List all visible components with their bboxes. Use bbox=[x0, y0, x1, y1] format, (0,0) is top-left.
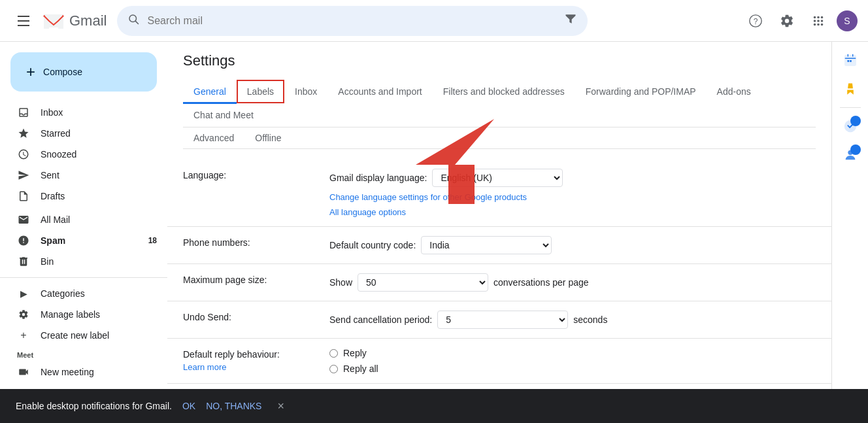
inbox-icon bbox=[17, 107, 30, 118]
tab-inbox[interactable]: Inbox bbox=[284, 80, 327, 103]
right-divider bbox=[840, 107, 861, 108]
search-bar bbox=[117, 6, 588, 36]
sidebar-item-bin[interactable]: Bin bbox=[0, 251, 167, 272]
tab-labels[interactable]: Labels bbox=[237, 80, 284, 103]
notification-ok-button[interactable]: OK bbox=[182, 401, 195, 411]
contacts-icon-button[interactable] bbox=[837, 142, 863, 168]
notification-close-button[interactable]: × bbox=[277, 399, 284, 413]
sidebar-item-label: Bin bbox=[41, 256, 54, 267]
video-icon bbox=[17, 366, 30, 378]
contacts-badge bbox=[850, 144, 861, 155]
snooze-icon bbox=[17, 148, 30, 160]
sidebar-item-all-mail[interactable]: All Mail bbox=[0, 209, 167, 230]
notification-no-button[interactable]: No, thanks bbox=[206, 401, 261, 411]
sidebar-divider bbox=[0, 277, 167, 278]
sidebar-item-create-label[interactable]: + Create new label bbox=[0, 325, 167, 346]
tab-filters[interactable]: Filters and blocked addresses bbox=[433, 80, 575, 103]
plus-icon: + bbox=[17, 330, 30, 341]
language-link-2[interactable]: All language options bbox=[329, 207, 816, 217]
svg-line-2 bbox=[136, 21, 139, 24]
language-select[interactable]: English (UK) English (US) Hindi bbox=[432, 169, 563, 187]
phone-value: Default country code: India United State… bbox=[329, 236, 816, 254]
tab-chat[interactable]: Chat and Meet bbox=[183, 103, 264, 127]
chevron-right-icon: ▶ bbox=[17, 288, 30, 299]
phone-field-label: Default country code: bbox=[329, 240, 416, 250]
avatar[interactable]: S bbox=[837, 10, 858, 31]
filter-icon[interactable] bbox=[564, 12, 577, 29]
send-icon bbox=[17, 169, 30, 181]
reply-all-radio[interactable] bbox=[329, 365, 338, 373]
topbar: Gmail ? S bbox=[0, 0, 868, 42]
notification-bar: Enable desktop notifications for Gmail. … bbox=[0, 389, 868, 423]
sidebar-item-label: New meeting bbox=[41, 367, 94, 377]
menu-button[interactable] bbox=[10, 8, 37, 34]
compose-label: Compose bbox=[43, 67, 82, 77]
reply-all-radio-label: Reply all bbox=[343, 364, 378, 374]
tab-addons[interactable]: Add-ons bbox=[707, 80, 761, 103]
reply-radio-row: Reply bbox=[329, 348, 816, 358]
undo-send-value: Send cancellation period: 5 10 20 30 sec… bbox=[329, 311, 816, 329]
settings-sub-tabs: Advanced Offline bbox=[183, 127, 816, 149]
apps-button[interactable] bbox=[805, 8, 831, 34]
reply-radio[interactable] bbox=[329, 349, 338, 358]
search-input[interactable] bbox=[147, 15, 556, 27]
reply-radio-label: Reply bbox=[343, 348, 367, 358]
search-icon bbox=[127, 13, 139, 28]
sidebar: + Compose Inbox Starred Snoozed S bbox=[0, 42, 167, 423]
sidebar-item-inbox[interactable]: Inbox bbox=[0, 102, 167, 123]
language-field-label: Gmail display language: bbox=[329, 173, 427, 183]
default-reply-label: Default reply behaviour: Learn more bbox=[183, 348, 314, 372]
sidebar-item-label: Manage labels bbox=[41, 309, 100, 320]
main-layout: + Compose Inbox Starred Snoozed S bbox=[0, 42, 868, 423]
sidebar-item-manage-labels[interactable]: Manage labels bbox=[0, 304, 167, 325]
page-size-suffix: conversations per page bbox=[493, 277, 589, 288]
sidebar-item-sent[interactable]: Sent bbox=[0, 165, 167, 186]
tab-accounts[interactable]: Accounts and Import bbox=[327, 80, 432, 103]
sidebar-item-drafts[interactable]: Drafts bbox=[0, 186, 167, 207]
svg-rect-10 bbox=[847, 60, 849, 62]
compose-button[interactable]: + Compose bbox=[10, 52, 157, 92]
settings-tabs: General Labels Inbox Accounts and Import… bbox=[183, 80, 816, 127]
language-label: Language: bbox=[183, 169, 314, 180]
settings-button[interactable] bbox=[774, 8, 800, 34]
language-row: Language: Gmail display language: Englis… bbox=[167, 160, 831, 227]
tasks-icon-button[interactable] bbox=[837, 113, 863, 139]
phone-label: Phone numbers: bbox=[183, 236, 314, 248]
default-reply-learn-more[interactable]: Learn more bbox=[183, 362, 314, 372]
sidebar-item-categories[interactable]: ▶ Categories bbox=[0, 283, 167, 304]
spam-icon bbox=[17, 235, 30, 246]
sidebar-item-snoozed[interactable]: Snoozed bbox=[0, 144, 167, 165]
sidebar-item-new-meeting[interactable]: New meeting bbox=[0, 362, 167, 382]
gear-icon bbox=[17, 309, 30, 320]
page-size-value: Show 10 25 50 100 conversations per page bbox=[329, 273, 816, 292]
all-mail-icon bbox=[17, 214, 30, 226]
sub-tab-advanced[interactable]: Advanced bbox=[183, 127, 244, 148]
notification-text: Enable desktop notifications for Gmail. bbox=[16, 401, 172, 411]
phone-select[interactable]: India United States United Kingdom bbox=[421, 236, 552, 254]
undo-send-row: Undo Send: Send cancellation period: 5 1… bbox=[167, 301, 831, 339]
sidebar-item-label: Inbox bbox=[41, 107, 63, 118]
sidebar-item-label: Sent bbox=[41, 170, 59, 180]
trash-icon bbox=[17, 256, 30, 267]
compose-plus-icon: + bbox=[26, 63, 35, 81]
phone-row: Phone numbers: Default country code: Ind… bbox=[167, 227, 831, 264]
help-button[interactable]: ? bbox=[743, 8, 769, 34]
gmail-logo-icon bbox=[42, 9, 65, 33]
sub-tab-offline[interactable]: Offline bbox=[244, 127, 292, 148]
undo-send-prefix: Send cancellation period: bbox=[329, 314, 432, 325]
topbar-right: ? S bbox=[743, 8, 858, 34]
language-link-1[interactable]: Change language settings for other Googl… bbox=[329, 192, 816, 202]
calendar-icon-button[interactable] bbox=[837, 47, 863, 73]
tab-general[interactable]: General bbox=[183, 80, 237, 103]
page-size-row: Maximum page size: Show 10 25 50 100 con… bbox=[167, 264, 831, 301]
settings-page: Settings General Labels Inbox Accounts a… bbox=[167, 42, 831, 423]
sidebar-item-starred[interactable]: Starred bbox=[0, 123, 167, 144]
tab-forwarding[interactable]: Forwarding and POP/IMAP bbox=[575, 80, 707, 103]
page-size-select[interactable]: 10 25 50 100 bbox=[358, 273, 488, 292]
sidebar-item-label: Create new label bbox=[41, 330, 109, 341]
default-reply-row: Default reply behaviour: Learn more Repl… bbox=[167, 339, 831, 384]
settings-title: Settings bbox=[183, 52, 816, 69]
sidebar-item-spam[interactable]: Spam 18 bbox=[0, 230, 167, 251]
keep-icon-button[interactable] bbox=[837, 76, 863, 102]
undo-send-select[interactable]: 5 10 20 30 bbox=[437, 311, 568, 329]
